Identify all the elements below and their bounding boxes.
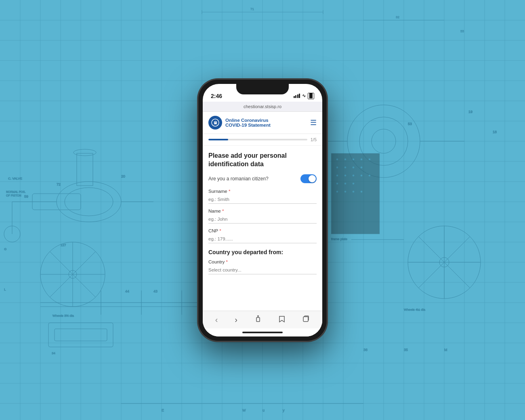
svg-point-129 <box>336 183 338 184</box>
svg-text:36: 36 <box>363 348 368 352</box>
svg-text:44: 44 <box>125 289 129 293</box>
svg-text:OF PISTON: OF PISTON <box>6 194 21 197</box>
svg-point-130 <box>344 183 346 184</box>
cnp-field-group: CNP * <box>208 228 317 243</box>
signal-bars-icon <box>294 94 300 98</box>
svg-point-128 <box>369 175 370 176</box>
tabs-icon[interactable] <box>299 313 313 326</box>
svg-point-134 <box>353 191 354 192</box>
app-content: 🏛 Online Coronavirus COVID-19 Statement … <box>203 112 322 336</box>
section-heading-country: Country you departed from: <box>208 249 317 255</box>
svg-point-119 <box>369 159 370 160</box>
svg-text:43: 43 <box>153 289 158 293</box>
svg-text:59: 59 <box>24 194 28 199</box>
app-logo: 🏛 <box>208 116 222 130</box>
svg-rect-114 <box>331 153 380 234</box>
svg-point-132 <box>336 191 338 192</box>
svg-text:M: M <box>444 348 447 352</box>
citizen-question-label: Are you a romanian citizen? <box>208 176 269 182</box>
bookmarks-icon[interactable] <box>275 313 289 326</box>
progress-bar-fill <box>208 139 228 140</box>
home-bar <box>242 332 283 333</box>
app-title-line2: COVID-19 Statement <box>225 123 271 127</box>
svg-text:frame plate: frame plate <box>331 237 348 241</box>
country-field-group: Country * <box>208 259 317 274</box>
svg-text:34: 34 <box>52 351 55 355</box>
form-heading: Please add your personal identification … <box>208 151 317 169</box>
svg-text:20: 20 <box>121 174 125 178</box>
svg-point-135 <box>361 191 362 192</box>
citizen-toggle-row: Are you a romanian citizen? <box>208 174 317 183</box>
svg-rect-139 <box>303 317 308 322</box>
svg-text:35: 35 <box>404 348 408 352</box>
svg-point-120 <box>336 167 338 168</box>
surname-label: Surname * <box>208 189 317 194</box>
cnp-input[interactable] <box>208 235 317 243</box>
country-required-indicator: * <box>226 259 227 264</box>
svg-text:E: E <box>162 408 164 412</box>
svg-text:L: L <box>4 288 6 291</box>
app-title: Online Coronavirus COVID-19 Statement <box>225 118 271 127</box>
svg-text:53: 53 <box>408 122 412 126</box>
svg-point-131 <box>353 183 354 184</box>
phone-notch <box>236 84 289 94</box>
surname-input[interactable] <box>208 195 317 204</box>
svg-text:W: W <box>242 408 246 412</box>
phone-outer-frame: 2:46 ∿ ▉ chestionar.stsisp.ro <box>198 79 327 341</box>
country-input[interactable] <box>208 266 317 274</box>
svg-text:C. VALVE: C. VALVE <box>8 177 22 180</box>
country-label: Country * <box>208 259 317 264</box>
app-header-left: 🏛 Online Coronavirus COVID-19 Statement <box>208 116 271 130</box>
svg-text:u: u <box>262 408 265 412</box>
svg-text:🏛: 🏛 <box>214 121 217 125</box>
svg-point-118 <box>361 159 362 160</box>
cnp-required-indicator: * <box>219 228 221 233</box>
svg-point-124 <box>336 175 338 176</box>
svg-point-60 <box>74 149 96 156</box>
status-icons: ∿ ▉ <box>294 93 315 99</box>
app-header: 🏛 Online Coronavirus COVID-19 Statement … <box>203 112 322 134</box>
name-input[interactable] <box>208 215 317 224</box>
svg-text:55: 55 <box>460 29 464 33</box>
phone-screen: 2:46 ∿ ▉ chestionar.stsisp.ro <box>203 84 322 336</box>
hamburger-menu-icon[interactable]: ☰ <box>310 118 317 127</box>
forward-icon[interactable]: › <box>231 313 241 326</box>
progress-bar-background <box>208 139 307 140</box>
status-time: 2:46 <box>211 93 222 99</box>
svg-text:32: 32 <box>396 15 399 19</box>
svg-rect-138 <box>256 318 260 322</box>
svg-point-116 <box>344 159 346 160</box>
svg-text:NORMAL POS.: NORMAL POS. <box>6 190 25 193</box>
wifi-icon: ∿ <box>302 93 306 98</box>
app-title-line1: Online Coronavirus <box>225 118 271 123</box>
name-field-group: Name * <box>208 209 317 224</box>
svg-point-117 <box>353 159 354 160</box>
cnp-label: CNP * <box>208 228 317 233</box>
svg-text:71: 71 <box>250 7 254 11</box>
surname-field-group: Surname * <box>208 189 317 204</box>
name-label: Name * <box>208 209 317 213</box>
svg-point-123 <box>361 167 362 168</box>
svg-text:19: 19 <box>468 110 472 114</box>
svg-rect-59 <box>77 153 93 186</box>
svg-point-126 <box>353 175 354 176</box>
home-indicator <box>203 328 322 336</box>
share-icon[interactable] <box>251 313 265 326</box>
phone-mockup: 2:46 ∿ ▉ chestionar.stsisp.ro <box>198 79 327 341</box>
citizen-toggle[interactable] <box>300 174 317 183</box>
svg-text:G: G <box>4 247 6 251</box>
surname-required-indicator: * <box>229 189 230 194</box>
svg-point-125 <box>344 175 346 176</box>
svg-text:72: 72 <box>57 182 61 186</box>
back-icon[interactable]: ‹ <box>212 313 221 326</box>
svg-text:Wheels 3½ dia: Wheels 3½ dia <box>52 314 74 318</box>
svg-point-133 <box>344 191 346 192</box>
battery-icon: ▉ <box>308 93 314 99</box>
progress-label: 1/5 <box>311 137 317 142</box>
browser-nav-bar: ‹ › <box>203 311 322 328</box>
progress-section: 1/5 <box>203 134 322 146</box>
name-required-indicator: * <box>222 209 224 213</box>
browser-address-bar[interactable]: chestionar.stsisp.ro <box>203 102 322 112</box>
svg-text:127: 127 <box>61 243 66 247</box>
form-content[interactable]: Please add your personal identification … <box>203 146 322 311</box>
